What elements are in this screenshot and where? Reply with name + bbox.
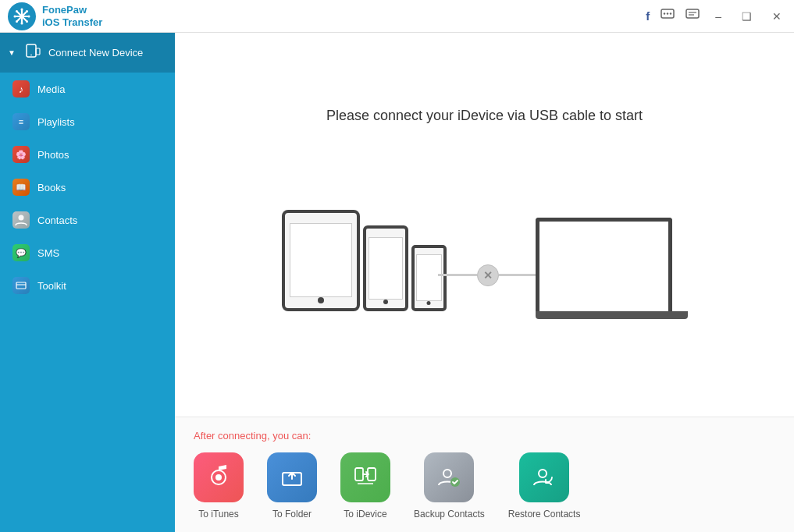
laptop-screen: [536, 218, 672, 311]
action-icons-row: To iTunes To Folder: [194, 452, 775, 520]
toolkit-icon: [12, 277, 30, 294]
bottom-strip: After connecting, you can: To iTunes: [175, 417, 794, 532]
connect-device-icon: [25, 44, 41, 62]
svg-point-33: [539, 470, 547, 477]
cable-line-left: [438, 274, 477, 276]
connect-area: Please connect your iDevice via USB cabl…: [175, 33, 794, 417]
svg-point-14: [667, 12, 668, 14]
maximize-button[interactable]: ❑: [737, 9, 757, 24]
backup-contacts-label: Backup Contacts: [414, 509, 485, 520]
title-bar-controls: f – ❑ ✕: [646, 9, 786, 24]
sidebar-item-sms[interactable]: 💬 SMS: [0, 236, 175, 269]
to-itunes-action[interactable]: To iTunes: [194, 452, 244, 520]
sidebar-item-toolkit[interactable]: Toolkit: [0, 269, 175, 302]
sidebar-item-label: Playlists: [37, 116, 75, 128]
restore-contacts-icon: [519, 452, 569, 502]
svg-rect-28: [355, 468, 363, 481]
contacts-icon: [12, 211, 30, 229]
sidebar-item-media[interactable]: ♪ Media: [0, 73, 175, 105]
sidebar-item-books[interactable]: 📖 Books: [0, 171, 175, 204]
feedback-icon[interactable]: [685, 9, 700, 24]
facebook-icon[interactable]: f: [646, 9, 650, 23]
to-itunes-label: To iTunes: [198, 509, 239, 520]
playlists-icon: ≡: [12, 113, 30, 130]
to-folder-action[interactable]: To Folder: [267, 452, 317, 520]
to-idevice-icon: [340, 452, 390, 502]
svg-point-13: [664, 12, 665, 14]
sidebar-item-label: Books: [37, 182, 66, 193]
usb-cable-group: ✕: [438, 264, 551, 286]
svg-rect-23: [16, 282, 26, 289]
content-area: Please connect your iDevice via USB cabl…: [175, 33, 794, 532]
sidebar-item-label: Contacts: [37, 215, 77, 226]
laptop-base: [536, 311, 688, 319]
media-icon: ♪: [12, 80, 30, 98]
sidebar-item-label: Connect New Device: [48, 47, 143, 59]
phone-large-screen: [369, 237, 403, 300]
backup-contacts-action[interactable]: Backup Contacts: [414, 452, 485, 520]
to-itunes-icon: [194, 452, 244, 502]
connect-title: Please connect your iDevice via USB cabl…: [326, 108, 643, 124]
to-idevice-action[interactable]: To iDevice: [340, 452, 390, 520]
sidebar-item-photos[interactable]: 🌸 Photos: [0, 138, 175, 171]
cable-line-right: [499, 274, 538, 276]
to-folder-icon: [267, 452, 317, 502]
sidebar-item-label: SMS: [37, 247, 59, 259]
chat-icon[interactable]: [660, 9, 675, 24]
svg-point-31: [443, 470, 451, 477]
after-connecting-prefix: After connecting,: [194, 430, 272, 442]
sidebar-item-label: Toolkit: [37, 280, 66, 292]
svg-point-11: [16, 20, 18, 23]
close-button[interactable]: ✕: [767, 9, 786, 24]
title-bar: FonePaw iOS Transfer f – ❑ ✕: [0, 0, 794, 33]
sidebar-item-playlists[interactable]: ≡ Playlists: [0, 105, 175, 138]
svg-rect-16: [686, 9, 699, 18]
sidebar-item-connect[interactable]: ▼ Connect New Device: [0, 33, 175, 73]
tablet-device: [282, 210, 360, 311]
svg-point-22: [19, 215, 24, 221]
tablet-screen: [290, 223, 352, 297]
svg-point-9: [26, 20, 28, 23]
app-branding: FonePaw iOS Transfer: [8, 2, 102, 30]
main-layout: ▼ Connect New Device ♪ Media ≡ Playlists…: [0, 33, 794, 532]
svg-point-7: [28, 15, 30, 17]
svg-point-26: [215, 474, 222, 481]
restore-contacts-action[interactable]: Restore Contacts: [508, 452, 581, 520]
svg-point-5: [21, 22, 23, 24]
to-idevice-label: To iDevice: [344, 509, 386, 520]
minimize-button[interactable]: –: [710, 9, 726, 24]
chevron-icon: ▼: [8, 48, 16, 57]
laptop-device: [536, 218, 688, 319]
to-folder-label: To Folder: [272, 509, 312, 520]
phone-large-device: [363, 225, 408, 311]
sidebar-item-label: Media: [37, 83, 65, 95]
svg-point-15: [670, 12, 671, 14]
sidebar: ▼ Connect New Device ♪ Media ≡ Playlists…: [0, 33, 175, 532]
svg-point-6: [14, 15, 16, 17]
svg-point-8: [16, 10, 18, 12]
mobile-devices-group: [282, 210, 447, 311]
app-title: FonePaw iOS Transfer: [42, 4, 102, 28]
svg-point-4: [21, 8, 23, 10]
photos-icon: 🌸: [12, 146, 30, 163]
books-icon: 📖: [12, 179, 30, 196]
sms-icon: 💬: [12, 244, 30, 261]
backup-contacts-icon: [424, 452, 474, 502]
disconnected-indicator: ✕: [477, 264, 499, 286]
after-connecting-colored: you can:: [272, 430, 311, 442]
restore-contacts-label: Restore Contacts: [508, 509, 581, 520]
sidebar-item-label: Photos: [37, 149, 69, 161]
after-connecting-text: After connecting, you can:: [194, 430, 775, 442]
svg-point-10: [26, 10, 28, 12]
device-illustration: ✕: [282, 155, 688, 327]
sidebar-item-contacts[interactable]: Contacts: [0, 204, 175, 236]
app-logo: [8, 2, 36, 30]
